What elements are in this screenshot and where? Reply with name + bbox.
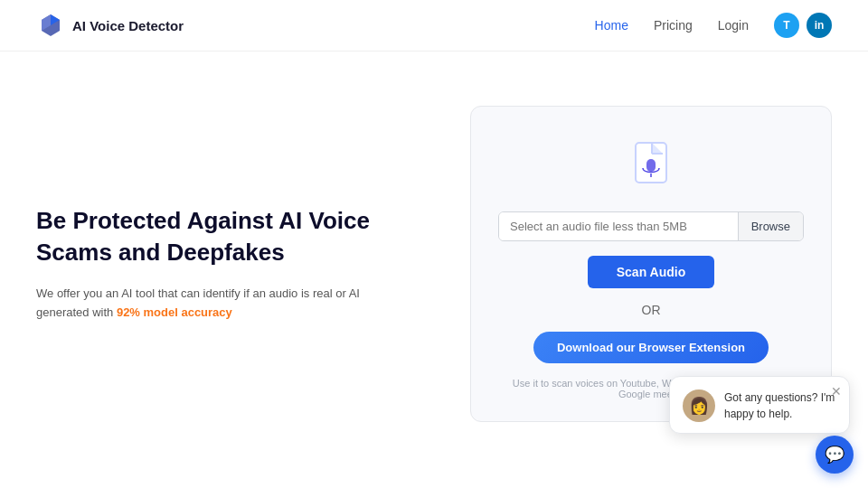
avatar-emoji: 👩 [689, 396, 709, 416]
file-input-row: Browse [498, 211, 804, 241]
browse-button[interactable]: Browse [738, 212, 803, 240]
chat-message: Got any questions? I'm happy to help. [724, 389, 836, 422]
logo-text: AI Voice Detector [72, 18, 184, 33]
file-input[interactable] [499, 212, 738, 240]
accuracy-text: 92% model accuracy [117, 305, 232, 319]
linkedin-button[interactable]: in [807, 13, 832, 38]
upload-panel: Browse Scan Audio OR Download our Browse… [470, 106, 832, 422]
upload-icon [619, 134, 683, 197]
left-content: Be Protected Against AI Voice Scams and … [36, 205, 416, 323]
chat-bubble: ✕ 👩 Got any questions? I'm happy to help… [669, 376, 850, 434]
nav-login[interactable]: Login [718, 18, 749, 33]
social-icons: T in [774, 13, 832, 38]
chat-bubble-header: 👩 Got any questions? I'm happy to help. [683, 389, 836, 422]
chat-close-button[interactable]: ✕ [831, 384, 842, 399]
scan-button[interactable]: Scan Audio [588, 256, 715, 288]
logo-area: AI Voice Detector [36, 11, 184, 40]
or-divider: OR [642, 303, 661, 317]
chat-avatar: 👩 [683, 389, 715, 422]
header: AI Voice Detector Home Pricing Login T i… [0, 0, 868, 52]
file-mic-icon [619, 134, 683, 197]
main-nav: Home Pricing Login T in [595, 13, 832, 38]
download-extension-button[interactable]: Download our Browser Extension [533, 332, 769, 363]
nav-home[interactable]: Home [595, 18, 628, 33]
nav-pricing[interactable]: Pricing [654, 18, 693, 33]
chat-fab-icon: 💬 [825, 445, 844, 465]
headline: Be Protected Against AI Voice Scams and … [36, 205, 416, 268]
clients-section: What Our Clients Say! “ “ “ [0, 458, 868, 488]
twitter-button[interactable]: T [774, 13, 799, 38]
subtext: We offer you an AI tool that can identif… [36, 285, 416, 323]
logo-icon [36, 11, 65, 40]
svg-rect-6 [646, 159, 656, 172]
chat-fab-button[interactable]: 💬 [816, 436, 854, 474]
